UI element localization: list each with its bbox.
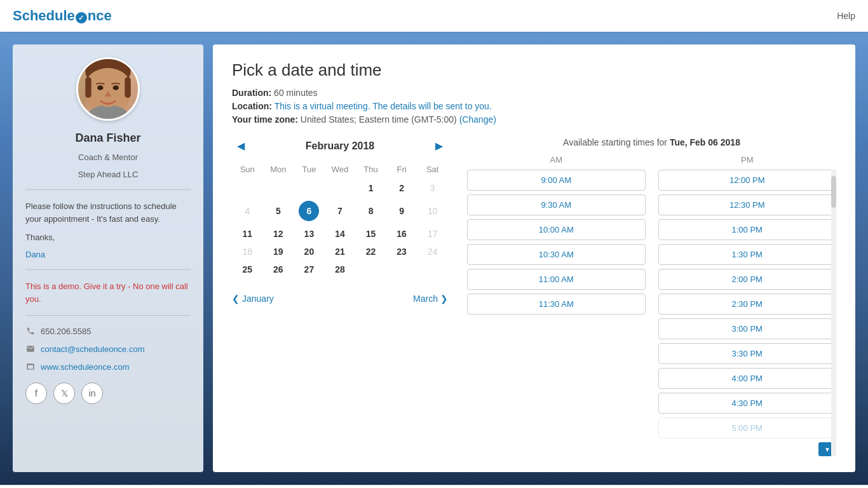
time-slot-pm[interactable]: 2:00 PM bbox=[658, 269, 837, 290]
am-col-header: AM bbox=[467, 155, 646, 165]
times-with-header: AM PM 9:00 AM9:30 AM10:00 AM10:30 AM11:0… bbox=[467, 155, 836, 456]
calendar-week-4: 25262728 bbox=[232, 261, 448, 278]
description: Please follow the instructions to schedu… bbox=[25, 200, 191, 225]
cal-prev-button[interactable]: ◀ bbox=[232, 137, 250, 154]
calendar-week-0: 123 bbox=[232, 179, 448, 197]
calendar-footer: ❮ January March ❯ bbox=[232, 288, 448, 304]
twitter-icon[interactable]: 𝕏 bbox=[53, 383, 75, 404]
calendar-day[interactable]: 12 bbox=[263, 225, 294, 243]
website-link[interactable]: www.scheduleonce.com bbox=[41, 362, 129, 372]
time-slot-am[interactable]: 11:30 AM bbox=[467, 294, 646, 315]
time-slot-pm[interactable]: 4:00 PM bbox=[658, 368, 837, 389]
calendar-day bbox=[417, 261, 448, 278]
time-slot-am[interactable]: 10:00 AM bbox=[467, 219, 646, 240]
calendar-day[interactable]: 16 bbox=[386, 225, 417, 243]
next-month-link[interactable]: March ❯ bbox=[413, 294, 448, 304]
thanks: Thanks, bbox=[25, 233, 191, 242]
avatar bbox=[76, 57, 140, 121]
demo-notice: This is a demo. Give it a try - No one w… bbox=[25, 280, 191, 305]
calendar-day[interactable]: 6 bbox=[294, 197, 325, 225]
cal-header-fri: Fri bbox=[386, 162, 417, 179]
time-slot-am[interactable]: 9:00 AM bbox=[467, 170, 646, 191]
calendar-times-container: ◀ February 2018 ▶ Sun Mon Tue Wed Thu Fr… bbox=[232, 137, 836, 456]
cal-header-tue: Tue bbox=[294, 162, 325, 179]
times-slots-container: 9:00 AM9:30 AM10:00 AM10:30 AM11:00 AM11… bbox=[467, 170, 836, 456]
cal-next-button[interactable]: ▶ bbox=[430, 137, 448, 154]
calendar-day[interactable]: 25 bbox=[232, 261, 263, 278]
cal-header-sun: Sun bbox=[232, 162, 263, 179]
social-icons: f 𝕏 in bbox=[25, 383, 191, 404]
time-slot-pm[interactable]: 3:00 PM bbox=[658, 318, 837, 339]
duration-label: Duration: bbox=[232, 88, 271, 98]
location-info: Location: This is a virtual meeting. The… bbox=[232, 101, 836, 111]
calendar-day: 4 bbox=[232, 197, 263, 225]
time-slot-pm[interactable]: 3:30 PM bbox=[658, 343, 837, 364]
calendar-day[interactable]: 22 bbox=[355, 243, 386, 261]
times-panel: Available starting times for Tue, Feb 06… bbox=[467, 137, 836, 456]
email-link[interactable]: contact@scheduleonce.com bbox=[41, 344, 145, 354]
calendar-day[interactable]: 21 bbox=[325, 243, 356, 261]
header: Schedule✓nce Help bbox=[0, 0, 868, 32]
time-slot-am[interactable]: 10:30 AM bbox=[467, 244, 646, 265]
time-slot-pm[interactable]: 2:30 PM bbox=[658, 294, 837, 315]
svg-point-2 bbox=[85, 68, 130, 104]
time-slot-am[interactable]: 11:00 AM bbox=[467, 269, 646, 290]
calendar-day[interactable]: 1 bbox=[355, 179, 386, 197]
calendar-day[interactable]: 15 bbox=[355, 225, 386, 243]
website-icon bbox=[25, 362, 36, 372]
prev-arrow-icon: ❮ bbox=[232, 294, 240, 304]
time-slot-pm[interactable]: 1:30 PM bbox=[658, 244, 837, 265]
calendar-day[interactable]: 23 bbox=[386, 243, 417, 261]
main-content: Dana Fisher Coach & Mentor Step Ahead LL… bbox=[0, 32, 868, 485]
change-timezone-link[interactable]: (Change) bbox=[459, 114, 496, 125]
divider-2 bbox=[25, 269, 191, 270]
logo-once: nce bbox=[88, 8, 112, 24]
pm-col-header: PM bbox=[658, 155, 837, 165]
calendar-wrapper: ◀ February 2018 ▶ Sun Mon Tue Wed Thu Fr… bbox=[232, 137, 448, 456]
next-arrow-icon: ❯ bbox=[440, 294, 448, 304]
duration-value: 60 minutes bbox=[274, 88, 317, 98]
calendar-day[interactable]: 7 bbox=[325, 197, 356, 225]
help-link[interactable]: Help bbox=[837, 11, 855, 21]
email-contact: contact@scheduleonce.com bbox=[25, 344, 191, 354]
timezone-label: Your time zone: bbox=[232, 114, 298, 125]
time-slot-am[interactable]: 9:30 AM bbox=[467, 194, 646, 215]
calendar-day[interactable]: 8 bbox=[355, 197, 386, 225]
time-slot-pm[interactable]: 1:00 PM bbox=[658, 219, 837, 240]
am-column: 9:00 AM9:30 AM10:00 AM10:30 AM11:00 AM11… bbox=[467, 170, 646, 456]
calendar-day bbox=[386, 261, 417, 278]
calendar-day bbox=[355, 261, 386, 278]
calendar-day[interactable]: 28 bbox=[325, 261, 356, 278]
time-slot-pm[interactable]: 4:30 PM bbox=[658, 393, 837, 414]
time-slot-pm[interactable]: 5:00 PM bbox=[658, 417, 837, 438]
time-slot-pm[interactable]: 12:30 PM bbox=[658, 194, 837, 215]
scrollbar-thumb bbox=[831, 176, 836, 208]
facebook-icon[interactable]: f bbox=[25, 383, 47, 404]
calendar-day: 18 bbox=[232, 243, 263, 261]
calendar-day: 24 bbox=[417, 243, 448, 261]
time-slot-pm[interactable]: 12:00 PM bbox=[658, 170, 837, 191]
calendar-day[interactable]: 14 bbox=[325, 225, 356, 243]
calendar-day[interactable]: 13 bbox=[294, 225, 325, 243]
calendar-day bbox=[294, 179, 325, 197]
logo-text: Schedule✓nce bbox=[13, 8, 112, 24]
calendar-day[interactable]: 2 bbox=[386, 179, 417, 197]
linkedin-icon[interactable]: in bbox=[81, 383, 103, 404]
calendar-day bbox=[263, 179, 294, 197]
calendar-grid: Sun Mon Tue Wed Thu Fri Sat 123456789101… bbox=[232, 162, 448, 278]
calendar-day[interactable]: 26 bbox=[263, 261, 294, 278]
divider-1 bbox=[25, 189, 191, 190]
calendar-week-2: 11121314151617 bbox=[232, 225, 448, 243]
calendar-header: ◀ February 2018 ▶ bbox=[232, 137, 448, 154]
calendar-month-title: February 2018 bbox=[250, 140, 430, 152]
logo-schedule: Schedule bbox=[13, 8, 75, 24]
prev-month-link[interactable]: ❮ January bbox=[232, 294, 274, 304]
calendar-day[interactable]: 20 bbox=[294, 243, 325, 261]
next-month-label: March bbox=[413, 294, 438, 304]
calendar-day[interactable]: 11 bbox=[232, 225, 263, 243]
calendar-day[interactable]: 5 bbox=[263, 197, 294, 225]
calendar-day[interactable]: 27 bbox=[294, 261, 325, 278]
calendar-day[interactable]: 9 bbox=[386, 197, 417, 225]
calendar-day[interactable]: 19 bbox=[263, 243, 294, 261]
footer: © Copyright ScheduleOnce 2018, All right… bbox=[0, 485, 868, 488]
